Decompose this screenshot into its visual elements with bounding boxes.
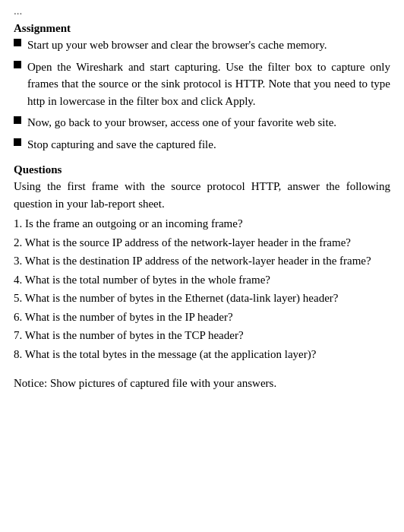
bullet-icon-4 — [14, 138, 21, 146]
bullet-icon-2 — [14, 61, 21, 68]
bullet-text-1: Start up your web browser and clear the … — [27, 36, 390, 54]
assignment-heading: Assignment — [14, 22, 390, 35]
bullet-item-3: Now, go back to your browser, access one… — [14, 114, 390, 131]
bullet-item-1: Start up your web browser and clear the … — [14, 36, 390, 54]
question-6: 6. What is the number of bytes in the IP… — [14, 309, 390, 326]
questions-intro: Using the first frame with the source pr… — [14, 178, 390, 212]
bullet-item-4: Stop capturing and save the captured fil… — [14, 136, 390, 154]
question-7: 7. What is the number of bytes in the TC… — [14, 327, 390, 344]
notice-section: Notice: Show pictures of captured file w… — [14, 375, 390, 392]
bullet-item-2: Open the Wireshark and start capturing. … — [14, 59, 390, 110]
page-container: ... Assignment Start up your web browser… — [14, 5, 390, 392]
questions-section: Questions Using the first frame with the… — [14, 163, 390, 363]
question-8: 8. What is the total bytes in the messag… — [14, 346, 390, 363]
question-4: 4. What is the total number of bytes in … — [14, 271, 390, 289]
bullet-text-2: Open the Wireshark and start capturing. … — [27, 59, 390, 110]
question-1: 1. Is the frame an outgoing or an incomi… — [14, 215, 390, 233]
bullet-text-4: Stop capturing and save the captured fil… — [27, 136, 390, 154]
bullet-icon-3 — [14, 116, 21, 124]
question-3: 3. What is the destination IP address of… — [14, 252, 390, 270]
bullet-icon-1 — [14, 39, 21, 46]
question-5: 5. What is the number of bytes in the Et… — [14, 290, 390, 307]
questions-heading: Questions — [14, 163, 390, 176]
bullet-text-3: Now, go back to your browser, access one… — [27, 114, 390, 131]
page-number: ... — [14, 5, 390, 17]
question-2: 2. What is the source IP address of the … — [14, 234, 390, 252]
bullet-list: Start up your web browser and clear the … — [14, 36, 390, 153]
